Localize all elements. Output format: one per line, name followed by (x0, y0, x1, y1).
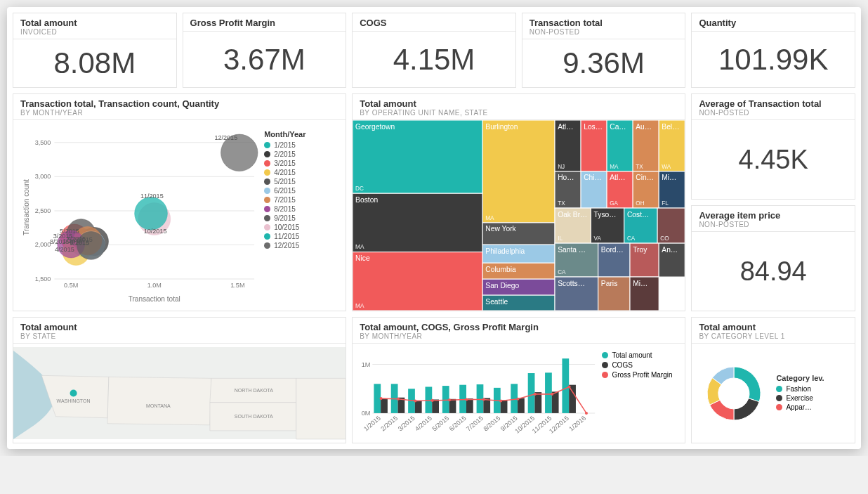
svg-text:Columbia: Columbia (485, 266, 516, 273)
kpi-subtitle: NON-POSTED (530, 28, 678, 36)
map-label-sd: SOUTH DAKOTA (235, 414, 273, 419)
donut-legend: Category lev. Fashion Exercise Appar… (776, 374, 824, 412)
svg-text:CO: CO (660, 235, 669, 242)
svg-rect-154 (569, 385, 576, 413)
svg-text:Bord…: Bord… (601, 246, 624, 254)
chart-subtitle: BY STATE (20, 332, 338, 340)
svg-text:Atl…: Atl… (610, 174, 625, 181)
svg-text:1.5M: 1.5M (230, 282, 244, 289)
svg-text:Chi…: Chi… (584, 174, 602, 181)
svg-text:San Diego: San Diego (485, 282, 519, 290)
svg-text:Ca…: Ca… (610, 122, 626, 130)
svg-rect-145 (518, 398, 525, 413)
kpi-tile-gross-profit-margin[interactable]: Gross Profit Margin 3.67M (183, 13, 347, 88)
kpi-tile-avg-item-price[interactable]: Average item price NON-POSTED 84.94 (691, 205, 855, 311)
legend-item[interactable]: 1/2015 (264, 141, 336, 149)
svg-text:Oak Br…: Oak Br… (558, 211, 587, 219)
svg-text:NJ: NJ (558, 164, 565, 170)
svg-text:0.5M: 0.5M (64, 282, 78, 289)
svg-text:Mi…: Mi… (633, 280, 647, 287)
legend-item[interactable]: 12/2015 (264, 242, 336, 249)
svg-text:Ho…: Ho… (558, 174, 574, 181)
legend-item[interactable]: 8/2015 (264, 205, 336, 213)
svg-text:2,000: 2,000 (35, 241, 51, 248)
svg-text:CA: CA (558, 269, 566, 275)
legend-exercise: Exercise (786, 394, 813, 402)
kpi-value: 84.94 (740, 256, 807, 287)
tile-bubble-chart[interactable]: Transaction total, Transaction count, Qu… (13, 93, 346, 311)
legend-item[interactable]: 3/2015 (264, 160, 336, 167)
tile-donut[interactable]: Total amount BY CATEGORY LEVEL 1 Categor… (691, 317, 855, 443)
svg-text:MA: MA (610, 164, 619, 170)
kpi-tile-avg-transaction-total[interactable]: Average of Transaction total NON-POSTED … (691, 93, 855, 200)
svg-text:8/2015: 8/2015 (482, 415, 502, 433)
kpi-title: Transaction total (530, 18, 678, 28)
svg-rect-127 (415, 401, 422, 413)
svg-rect-39 (353, 120, 482, 193)
legend-item[interactable]: 9/2015 (264, 214, 336, 222)
kpi-title: Quantity (699, 18, 848, 28)
kpi-subtitle: NON-POSTED (699, 109, 848, 117)
kpi-subtitle: NON-POSTED (699, 221, 848, 228)
svg-text:MA: MA (355, 303, 364, 309)
bubble-chart-area[interactable]: 1,5002,0002,5003,0003,5000.5M1.0M1.5MTra… (20, 127, 261, 307)
chart-title: Transaction total, Transaction count, Qu… (20, 98, 338, 109)
legend-apparel: Appar… (786, 403, 812, 411)
svg-text:5/2015: 5/2015 (60, 228, 79, 235)
svg-text:Paris: Paris (601, 280, 617, 287)
svg-text:8/2015: 8/2015 (50, 238, 70, 245)
tile-map[interactable]: Total amount BY STATE WASHINGTON MONTANA… (13, 317, 346, 443)
kpi-tile-transaction-total[interactable]: Transaction total NON-POSTED 9.36M (522, 13, 686, 88)
map-canvas[interactable]: WASHINGTON MONTANA NORTH DAKOTA SOUTH DA… (13, 344, 346, 443)
svg-text:Nice: Nice (355, 254, 370, 262)
svg-rect-45 (353, 252, 482, 311)
svg-text:Philadelphia: Philadelphia (485, 247, 525, 255)
svg-text:9/2015: 9/2015 (70, 240, 89, 247)
svg-text:Tyso…: Tyso… (594, 211, 617, 219)
svg-text:3/2015: 3/2015 (397, 415, 416, 433)
svg-text:Troy: Troy (633, 246, 647, 254)
bubble-legend: Month/Year 1/20152/20153/20154/20155/201… (261, 127, 338, 307)
legend-cogs: COGS (612, 361, 632, 369)
svg-point-25 (135, 197, 168, 230)
svg-rect-121 (381, 398, 388, 413)
svg-rect-153 (563, 358, 570, 413)
chart-title: Total amount (699, 322, 848, 332)
kpi-tile-total-amount[interactable]: Total amount INVOICED 8.08M (13, 13, 177, 88)
donut-chart-area[interactable] (699, 358, 769, 429)
chart-subtitle: BY MONTH/YEAR (20, 109, 338, 117)
kpi-tile-quantity[interactable]: Quantity 101.99K (691, 13, 855, 88)
svg-text:Atl…: Atl… (558, 122, 573, 130)
tile-treemap[interactable]: Total amount BY OPERATING UNIT NAME, STA… (352, 93, 685, 311)
legend-item[interactable]: 6/2015 (264, 187, 336, 195)
combo-chart-area[interactable]: 0M1M1/20152/20153/20154/20155/20156/2015… (355, 345, 598, 441)
legend-gpm: Gross Profit Margin (612, 371, 672, 379)
legend-item[interactable]: 10/2015 (264, 223, 336, 231)
svg-text:Burlington: Burlington (485, 122, 518, 130)
legend-item[interactable]: 11/2015 (264, 233, 336, 240)
legend-item[interactable]: 7/2015 (264, 196, 336, 204)
map-label-nd: NORTH DAKOTA (235, 388, 274, 393)
svg-text:1,500: 1,500 (35, 275, 51, 282)
legend-title: Month/Year (264, 130, 336, 138)
svg-text:Transaction total: Transaction total (129, 295, 180, 303)
legend-title: Category lev. (776, 374, 824, 382)
kpi-tile-cogs[interactable]: COGS 4.15M (352, 13, 516, 88)
svg-text:OH: OH (636, 200, 644, 207)
svg-text:Boston: Boston (355, 196, 378, 204)
svg-text:Cost…: Cost… (627, 211, 649, 219)
legend-item[interactable]: 5/2015 (264, 178, 336, 186)
combo-legend: Total amount COGS Gross Profit Margin (598, 345, 682, 441)
svg-rect-138 (477, 384, 484, 413)
legend-item[interactable]: 2/2015 (264, 150, 336, 158)
kpi-value: 9.36M (563, 46, 645, 80)
svg-text:4/2015: 4/2015 (414, 415, 433, 433)
svg-text:5/2015: 5/2015 (431, 415, 451, 433)
kpi-title: Gross Profit Margin (190, 18, 339, 28)
svg-text:3,000: 3,000 (35, 173, 51, 180)
legend-item[interactable]: 4/2015 (264, 169, 336, 176)
tile-combo-chart[interactable]: Total amount, COGS, Gross Profit Margin … (352, 317, 685, 443)
kpi-title: Total amount (20, 18, 169, 28)
svg-text:2,500: 2,500 (35, 207, 51, 214)
legend-total: Total amount (612, 351, 652, 359)
